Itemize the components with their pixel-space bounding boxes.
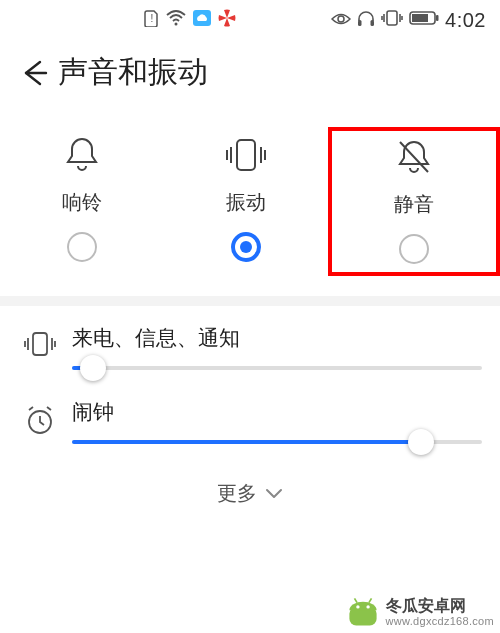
android-icon — [346, 595, 380, 629]
headphones-icon — [357, 9, 375, 32]
slider-alarm-track[interactable] — [72, 440, 482, 444]
slider-alarm-label: 闹钟 — [72, 398, 482, 426]
svg-rect-11 — [237, 140, 255, 170]
slider-notify-label: 来电、信息、通知 — [72, 324, 482, 352]
vibrate-icon — [222, 135, 270, 175]
mode-vibrate-label: 振动 — [226, 189, 266, 216]
slider-alarm-thumb[interactable] — [408, 429, 434, 455]
svg-point-16 — [356, 605, 359, 608]
battery-icon — [409, 10, 439, 31]
cloud-icon — [192, 9, 212, 31]
slider-row-notify: 来电、信息、通知 — [18, 324, 482, 370]
svg-rect-8 — [412, 14, 428, 22]
mode-vibrate-radio[interactable] — [231, 232, 261, 262]
more-label: 更多 — [217, 480, 257, 507]
eye-icon — [331, 10, 351, 31]
wifi-icon — [166, 10, 186, 30]
slider-notify-track[interactable] — [72, 366, 482, 370]
huawei-icon — [218, 9, 236, 31]
sound-mode-selector: 响铃 振动 静音 — [0, 103, 500, 296]
clock-text: 4:02 — [445, 9, 486, 32]
bell-icon — [63, 135, 101, 175]
mode-mute-label: 静音 — [394, 191, 434, 218]
mode-ring-label: 响铃 — [62, 189, 102, 216]
svg-line-18 — [354, 598, 357, 602]
svg-point-3 — [338, 16, 344, 22]
sim-icon: ! — [144, 9, 160, 31]
volume-sliders: 来电、信息、通知 闹钟 — [0, 306, 500, 444]
bell-off-icon — [394, 137, 434, 177]
mode-mute-radio[interactable] — [399, 234, 429, 264]
svg-rect-13 — [33, 333, 47, 355]
mode-mute[interactable]: 静音 — [328, 127, 500, 276]
alarm-clock-icon — [18, 398, 62, 436]
svg-rect-6 — [387, 11, 397, 25]
watermark-title: 冬瓜安卓网 — [386, 597, 466, 615]
vibrate-status-icon — [381, 9, 403, 32]
watermark-url: www.dgxcdz168.com — [386, 615, 494, 627]
svg-rect-9 — [436, 15, 439, 21]
arrow-left-icon — [20, 58, 50, 88]
section-divider — [0, 296, 500, 306]
page-header: 声音和振动 — [0, 40, 500, 103]
mode-vibrate[interactable]: 振动 — [164, 127, 328, 276]
mode-ring-radio[interactable] — [67, 232, 97, 262]
status-left-icons: ! — [144, 9, 236, 31]
mode-ring[interactable]: 响铃 — [0, 127, 164, 276]
slider-notify-thumb[interactable] — [80, 355, 106, 381]
page-title: 声音和振动 — [58, 52, 208, 93]
svg-point-17 — [366, 605, 369, 608]
vibrate-small-icon — [18, 324, 62, 358]
svg-point-1 — [175, 23, 178, 26]
svg-text:!: ! — [151, 13, 154, 24]
watermark: 冬瓜安卓网 www.dgxcdz168.com — [346, 595, 494, 629]
svg-rect-5 — [371, 20, 375, 26]
back-button[interactable] — [18, 56, 52, 90]
more-toggle[interactable]: 更多 — [0, 472, 500, 513]
status-bar: ! 4:02 — [0, 0, 500, 40]
status-right-icons: 4:02 — [331, 9, 486, 32]
chevron-down-icon — [265, 488, 283, 500]
slider-row-alarm: 闹钟 — [18, 398, 482, 444]
svg-line-19 — [369, 598, 372, 602]
svg-rect-4 — [358, 20, 362, 26]
